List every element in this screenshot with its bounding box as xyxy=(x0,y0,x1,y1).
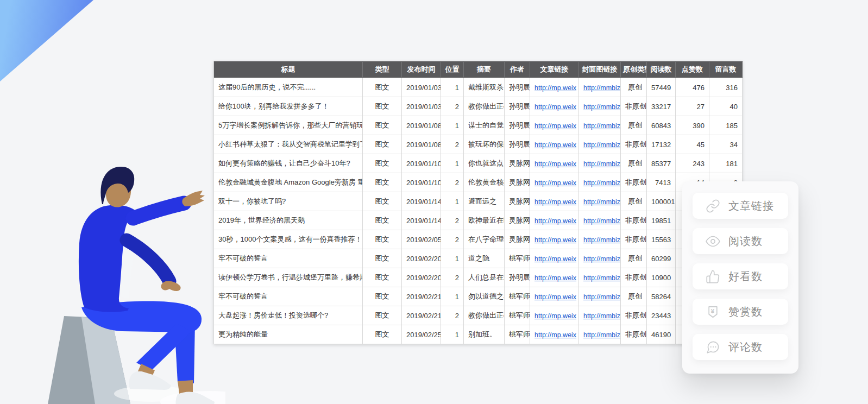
eye-icon xyxy=(706,234,720,249)
cell-reads: 10900 xyxy=(647,268,676,287)
article-link[interactable]: http://mp.weix xyxy=(534,236,576,244)
comment-icon xyxy=(706,340,720,355)
article-link[interactable]: http://mp.weix xyxy=(534,255,576,263)
cell-reads: 15563 xyxy=(647,230,676,249)
cover-image-link[interactable]: http://mmbiz.c xyxy=(583,255,621,263)
cell-title: 给你100块，别再给我发拼多多了！ xyxy=(214,97,363,116)
cell-pos: 2 xyxy=(441,306,464,325)
cover-image-link[interactable]: http://mmbiz.c xyxy=(583,179,621,187)
cell-reads: 57449 xyxy=(647,78,676,97)
cell-comments: 34 xyxy=(709,135,743,154)
person-illustration xyxy=(30,151,225,404)
table-row: 30秒，1000个文案灵感，这有一份真香推荐！图文2019/02/052在八字命… xyxy=(214,230,743,249)
cell-link: http://mp.weix xyxy=(530,154,579,173)
cell-cover: http://mmbiz.c xyxy=(579,97,621,116)
article-link[interactable]: http://mp.weix xyxy=(534,293,576,301)
cell-cover: http://mmbiz.c xyxy=(579,268,621,287)
article-link[interactable]: http://mp.weix xyxy=(534,274,576,282)
cell-type: 图文 xyxy=(363,268,402,287)
cell-reads: 85377 xyxy=(647,154,676,173)
cell-author: 孙明展 xyxy=(505,97,530,116)
column-header-date: 发布时间 xyxy=(402,61,441,78)
card-option-link[interactable]: 文章链接 xyxy=(693,193,788,219)
cell-comments: 316 xyxy=(709,78,743,97)
reward-icon: ¥ xyxy=(706,305,720,319)
article-link[interactable]: http://mp.weix xyxy=(534,141,576,149)
cell-date: 2019/02/21 xyxy=(402,287,441,306)
article-link[interactable]: http://mp.weix xyxy=(534,312,576,320)
cell-cover: http://mmbiz.c xyxy=(579,325,621,344)
cell-reads: 23443 xyxy=(647,306,676,325)
card-option-label: 好看数 xyxy=(728,269,763,284)
cell-title: 双十一，你被坑了吗? xyxy=(214,192,363,211)
cell-date: 2019/02/20 xyxy=(402,249,441,268)
cell-pos: 1 xyxy=(441,325,464,344)
cell-summary: 伦敦黄金核心 xyxy=(464,173,505,192)
cover-image-link[interactable]: http://mmbiz.c xyxy=(583,293,621,301)
article-link[interactable]: http://mp.weix xyxy=(534,103,576,111)
cell-link: http://mp.weix xyxy=(530,325,579,344)
cell-summary: 道之隐 xyxy=(464,249,505,268)
page: 标题类型发布时间位置摘要作者文章链接封面图链接原创类型阅读数点赞数留言数 这届9… xyxy=(0,0,868,404)
cell-cover: http://mmbiz.c xyxy=(579,173,621,192)
cell-origin: 非原创 xyxy=(621,135,647,154)
article-link[interactable]: http://mp.weix xyxy=(534,84,576,92)
cover-image-link[interactable]: http://mmbiz.c xyxy=(583,312,621,320)
cover-image-link[interactable]: http://mmbiz.c xyxy=(583,122,621,130)
cell-date: 2019/02/20 xyxy=(402,268,441,287)
cell-likes: 476 xyxy=(676,78,709,97)
cell-pos: 2 xyxy=(441,211,464,230)
cell-author: 灵脉网 xyxy=(505,154,530,173)
cell-type: 图文 xyxy=(363,249,402,268)
cover-image-link[interactable]: http://mmbiz.c xyxy=(583,274,621,282)
cell-link: http://mp.weix xyxy=(530,97,579,116)
cell-author: 孙明展 xyxy=(505,78,530,97)
cell-pos: 2 xyxy=(441,173,464,192)
cell-link: http://mp.weix xyxy=(530,287,579,306)
table-row: 这届90后的黑历史，说不完......图文2019/01/031戴维斯双杀孙明展… xyxy=(214,78,743,97)
article-link[interactable]: http://mp.weix xyxy=(534,198,576,206)
cell-type: 图文 xyxy=(363,135,402,154)
table-row: 5万字增长案例拆解告诉你，那些大厂的营销玩法不过如此图文2019/01/081谋… xyxy=(214,116,743,135)
article-link[interactable]: http://mp.weix xyxy=(534,122,576,130)
cell-cover: http://mmbiz.c xyxy=(579,230,621,249)
cover-image-link[interactable]: http://mmbiz.c xyxy=(583,331,621,339)
cover-image-link[interactable]: http://mmbiz.c xyxy=(583,198,621,206)
article-link[interactable]: http://mp.weix xyxy=(534,179,576,187)
cell-date: 2019/01/10 xyxy=(402,173,441,192)
article-link[interactable]: http://mp.weix xyxy=(534,331,576,339)
cover-image-link[interactable]: http://mmbiz.c xyxy=(583,84,621,92)
cover-image-link[interactable]: http://mmbiz.c xyxy=(583,217,621,225)
column-header-pos: 位置 xyxy=(441,61,464,78)
card-option-thumbs-up[interactable]: 好看数 xyxy=(693,263,788,289)
cell-summary: 欧神最近在吐 xyxy=(464,211,505,230)
article-link[interactable]: http://mp.weix xyxy=(534,217,576,225)
cell-type: 图文 xyxy=(363,211,402,230)
cell-author: 桃军师 xyxy=(505,306,530,325)
cell-summary: 避而远之 xyxy=(464,192,505,211)
card-option-reward[interactable]: ¥赞赏数 xyxy=(693,299,788,325)
card-option-label: 文章链接 xyxy=(728,199,774,213)
cell-title: 这届90后的黑历史，说不完...... xyxy=(214,78,363,97)
cell-title: 如何更有策略的赚钱，让自己少奋斗10年? xyxy=(214,154,363,173)
cell-pos: 1 xyxy=(441,116,464,135)
cover-image-link[interactable]: http://mmbiz.c xyxy=(583,160,621,168)
cell-title: 大盘起涨！房价走低！投资选哪个? xyxy=(214,306,363,325)
cover-image-link[interactable]: http://mmbiz.c xyxy=(583,141,621,149)
cell-type: 图文 xyxy=(363,78,402,97)
cell-link: http://mp.weix xyxy=(530,173,579,192)
cell-summary: 谋士的自觉 xyxy=(464,116,505,135)
table-row: 2019年，世界经济的黑天鹅图文2019/01/142欧神最近在吐灵脉网http… xyxy=(214,211,743,230)
cover-image-link[interactable]: http://mmbiz.c xyxy=(583,103,621,111)
card-option-comment[interactable]: 评论数 xyxy=(693,334,788,360)
cover-image-link[interactable]: http://mmbiz.c xyxy=(583,236,621,244)
cell-link: http://mp.weix xyxy=(530,211,579,230)
cell-author: 灵脉网 xyxy=(505,173,530,192)
card-option-eye[interactable]: 阅读数 xyxy=(693,228,788,254)
cell-summary: 戴维斯双杀 xyxy=(464,78,505,97)
column-header-likes: 点赞数 xyxy=(676,61,709,78)
cell-cover: http://mmbiz.c xyxy=(579,135,621,154)
cell-author: 桃军师 xyxy=(505,287,530,306)
cell-author: 灵脉网 xyxy=(505,230,530,249)
article-link[interactable]: http://mp.weix xyxy=(534,160,576,168)
